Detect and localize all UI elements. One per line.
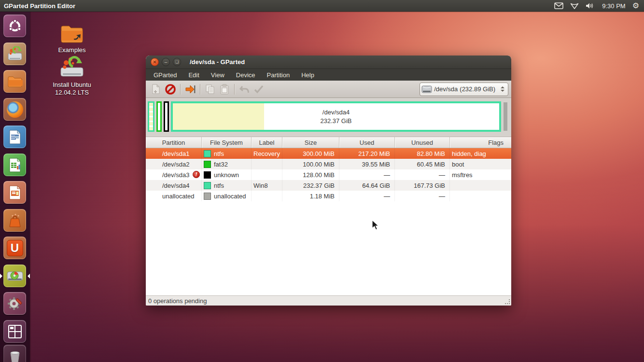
disk-icon (421, 85, 432, 94)
partition-table: /dev/sda1 ntfs Recovery 300.00 MiB 217.2… (146, 148, 511, 295)
minimize-button[interactable]: – (162, 58, 170, 66)
disk-visual-sda3[interactable] (164, 101, 169, 132)
menu-edit[interactable]: Edit (183, 70, 204, 80)
launcher-libreoffice-impress-icon[interactable] (3, 181, 26, 204)
cell-size: 232.37 GiB (282, 180, 339, 191)
desktop: GParted Partition Editor 9:30 PM ⚙ (0, 0, 644, 362)
disk-visual-area: /dev/sda4 232.37 GiB (146, 98, 511, 137)
cell-filesystem: unknown (202, 169, 252, 180)
cell-partition: /dev/sda2 (146, 159, 202, 169)
cell-label: Win8 (252, 180, 282, 191)
mail-icon[interactable] (554, 2, 563, 9)
desktop-icon-install-ubuntu[interactable]: Install Ubuntu12.04.2 LTS (45, 56, 98, 97)
col-file-system[interactable]: File System (202, 137, 252, 148)
delete-partition-button[interactable] (163, 83, 178, 96)
cell-filesystem: fat32 (202, 159, 252, 169)
cell-used: — (339, 169, 395, 180)
disk-visual-sda2[interactable] (156, 101, 162, 132)
launcher-gparted-icon[interactable] (3, 265, 26, 287)
cell-flags: hidden, diag (450, 148, 511, 159)
cell-partition: /dev/sda3! (146, 169, 202, 180)
disk-visual-unallocated[interactable] (504, 102, 507, 131)
resize-move-button[interactable] (183, 83, 197, 96)
col-used[interactable]: Used (339, 137, 395, 148)
copy-button[interactable] (203, 83, 217, 96)
col-label[interactable]: Label (252, 137, 282, 148)
col-size[interactable]: Size (282, 137, 339, 148)
table-row-unallocated[interactable]: unallocated unallocated 1.18 MiB — — (146, 191, 511, 201)
launcher-trash-icon[interactable] (3, 345, 26, 362)
unity-launcher: U (0, 12, 30, 362)
desktop-icon-examples[interactable]: Examples (45, 23, 98, 54)
disk-visual-sda1[interactable] (148, 101, 154, 132)
cell-size: 128.00 MiB (282, 169, 339, 180)
close-button[interactable]: ✕ (151, 58, 159, 66)
launcher-workspace-switcher-icon[interactable] (3, 320, 26, 343)
menu-view[interactable]: View (206, 70, 229, 80)
menu-device[interactable]: Device (231, 70, 260, 80)
cell-partition: /dev/sda4 (146, 180, 202, 191)
session-gear-icon[interactable]: ⚙ (632, 2, 639, 10)
gparted-window: ✕ – ❏ /dev/sda - GParted GParted Edit Vi… (146, 56, 511, 306)
cell-size: 100.00 MiB (282, 159, 339, 169)
table-row-sda3[interactable]: /dev/sda3! unknown 128.00 MiB — — msftre… (146, 169, 511, 180)
col-flags[interactable]: Flags (450, 137, 511, 148)
disk-visual-sda4-size: 232.37 GiB (320, 117, 351, 125)
cell-size: 1.18 MiB (282, 191, 339, 201)
disk-visual-sda4-label: /dev/sda4 (322, 108, 350, 117)
cell-label (252, 191, 282, 201)
maximize-button[interactable]: ❏ (173, 58, 181, 66)
col-unused[interactable]: Unused (395, 137, 450, 148)
fs-color-swatch (204, 171, 211, 179)
desktop-icon-label: Examples (58, 46, 85, 54)
launcher-ubuntu-dash-icon[interactable] (3, 14, 26, 37)
launcher-focused-arrow (28, 274, 30, 278)
resize-grip[interactable] (504, 299, 510, 305)
launcher-software-center-icon[interactable] (3, 209, 26, 232)
undo-button[interactable] (237, 83, 252, 96)
fs-color-swatch (204, 161, 211, 168)
table-row-sda2[interactable]: /dev/sda2 fat32 100.00 MiB 39.55 MiB 60.… (146, 159, 511, 169)
table-header: Partition File System Label Size Used Un… (146, 137, 511, 148)
launcher-ubuntu-one-sync-icon[interactable] (3, 42, 26, 65)
launcher-system-settings-icon[interactable] (3, 292, 26, 315)
device-selector[interactable]: /dev/sda (232.89 GiB) (420, 83, 508, 96)
disk-visual-sda4[interactable]: /dev/sda4 232.37 GiB (171, 101, 501, 132)
menu-gparted[interactable]: GParted (149, 70, 182, 80)
new-partition-button[interactable] (149, 83, 163, 96)
cell-unused: — (395, 191, 450, 201)
desktop-icon-label-line2: 12.04.2 LTS (55, 89, 89, 96)
cell-label (252, 169, 282, 180)
fs-color-swatch (204, 150, 211, 157)
cell-partition: unallocated (146, 191, 202, 201)
paste-icon (220, 84, 229, 95)
apply-button[interactable] (252, 83, 266, 96)
menubar: GParted Edit View Device Partition Help (146, 69, 511, 81)
launcher-firefox-icon[interactable] (3, 98, 26, 121)
network-icon[interactable] (570, 3, 579, 9)
clock[interactable]: 9:30 PM (602, 2, 625, 10)
cell-filesystem: ntfs (202, 148, 252, 159)
table-row-sda1[interactable]: /dev/sda1 ntfs Recovery 300.00 MiB 217.2… (146, 148, 511, 159)
toolbar: /dev/sda (232.89 GiB) (146, 81, 511, 98)
col-partition[interactable]: Partition (146, 137, 202, 148)
launcher-running-arrow (0, 274, 2, 278)
fs-color-swatch (204, 182, 211, 189)
launcher-home-folder-icon[interactable] (3, 70, 26, 93)
cell-filesystem: ntfs (202, 180, 252, 191)
launcher-ubuntu-one-icon[interactable]: U (3, 237, 26, 259)
menu-help[interactable]: Help (296, 70, 319, 80)
install-disk-icon (58, 56, 85, 79)
paste-button[interactable] (217, 83, 232, 96)
cell-unused: 60.45 MiB (395, 159, 450, 169)
cell-size: 300.00 MiB (282, 148, 339, 159)
window-titlebar[interactable]: ✕ – ❏ /dev/sda - GParted (146, 56, 511, 69)
cell-unused: 167.73 GiB (395, 180, 450, 191)
launcher-libreoffice-calc-icon[interactable] (3, 153, 26, 176)
table-row-sda4[interactable]: /dev/sda4 ntfs Win8 232.37 GiB 64.64 GiB… (146, 180, 511, 191)
volume-icon[interactable] (586, 2, 595, 9)
pending-operations-text: 0 operations pending (148, 297, 207, 305)
launcher-libreoffice-writer-icon[interactable] (3, 125, 26, 148)
menu-partition[interactable]: Partition (262, 70, 295, 80)
device-spinner[interactable] (499, 86, 506, 92)
